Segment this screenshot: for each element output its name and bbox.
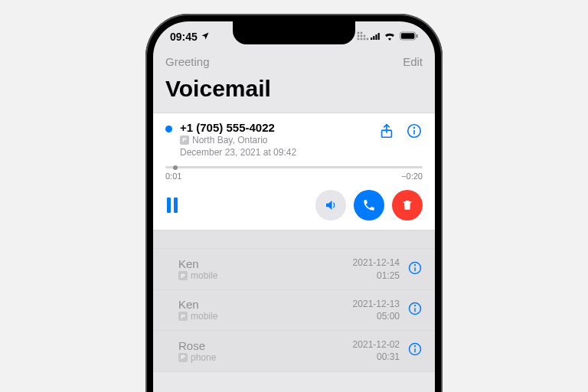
svg-rect-15 <box>416 34 418 38</box>
unread-indicator-icon <box>165 126 172 132</box>
expanded-voicemail: +1 (705) 555-4022 P North Bay, Ontario D… <box>153 113 435 230</box>
svg-point-4 <box>358 35 360 38</box>
status-time: 09:45 <box>170 31 198 43</box>
phone-type-badge-icon: P <box>178 353 188 362</box>
caller-name: Ken <box>178 257 353 270</box>
phone-type-badge-icon: P <box>178 312 188 321</box>
share-icon[interactable] <box>378 122 395 142</box>
collapsed-row-partial <box>153 230 435 249</box>
phone-type-badge-icon: P <box>178 271 188 280</box>
svg-rect-10 <box>373 36 374 40</box>
voicemail-row[interactable]: Rose Pphone 2021-12-02 00:31 <box>153 331 435 371</box>
battery-icon <box>400 31 418 43</box>
svg-point-0 <box>358 38 360 41</box>
playback-scrubber[interactable]: 0:01 −0:20 <box>165 166 423 181</box>
svg-point-22 <box>415 264 416 265</box>
info-icon[interactable] <box>407 341 423 360</box>
voicemail-row[interactable]: Ken Pmobile 2021-12-14 01:25 <box>153 249 435 289</box>
svg-point-25 <box>415 305 416 306</box>
svg-point-28 <box>415 346 416 347</box>
phone-type: phone <box>191 352 216 363</box>
delete-button[interactable] <box>392 190 423 220</box>
voicemail-list: Ken Pmobile 2021-12-14 01:25 Ken Pmobile… <box>153 249 435 371</box>
phone-type: mobile <box>191 311 217 322</box>
elapsed-time: 0:01 <box>165 172 181 181</box>
caller-name: Rose <box>178 339 353 352</box>
voicemail-duration: 00:31 <box>353 351 400 363</box>
svg-point-3 <box>367 38 369 41</box>
speaker-button[interactable] <box>315 190 346 220</box>
greeting-button[interactable]: Greeting <box>165 55 210 68</box>
remaining-time: −0:20 <box>401 172 423 181</box>
svg-rect-14 <box>401 33 415 38</box>
svg-point-19 <box>414 127 415 128</box>
svg-point-5 <box>361 35 363 38</box>
svg-point-8 <box>361 32 363 34</box>
location-arrow-icon <box>201 31 210 43</box>
voicemail-header: Greeting Edit Voicemail <box>153 52 435 113</box>
scrubber-thumb-icon[interactable] <box>173 165 178 170</box>
svg-point-1 <box>361 38 363 41</box>
svg-point-6 <box>364 35 366 38</box>
screen: 09:45 <box>153 21 435 392</box>
voicemail-date: 2021-12-14 <box>353 256 400 269</box>
caller-name: Ken <box>178 298 353 311</box>
playback-controls <box>165 190 423 220</box>
voicemail-row[interactable]: Ken Pmobile 2021-12-13 05:00 <box>153 290 435 331</box>
caller-number: +1 (705) 555-4022 <box>180 121 372 134</box>
info-icon[interactable] <box>407 260 423 279</box>
dual-signal-icon <box>357 31 380 43</box>
page-title: Voicemail <box>165 76 423 106</box>
voicemail-duration: 05:00 <box>353 310 400 322</box>
caller-location: North Bay, Ontario <box>192 134 267 146</box>
svg-rect-9 <box>371 38 372 40</box>
phone-frame: 09:45 <box>145 14 443 392</box>
svg-point-2 <box>364 38 366 41</box>
notch <box>233 21 355 44</box>
svg-rect-12 <box>378 33 380 40</box>
pause-button[interactable] <box>165 198 178 213</box>
info-icon[interactable] <box>407 301 423 319</box>
voicemail-date: 2021-12-13 <box>353 298 400 310</box>
svg-point-7 <box>358 32 360 34</box>
wifi-icon <box>384 31 396 43</box>
svg-rect-11 <box>375 34 377 40</box>
info-icon[interactable] <box>406 122 423 142</box>
phone-type: mobile <box>191 270 217 281</box>
phone-type-badge-icon: P <box>180 136 189 145</box>
voicemail-date: 2021-12-02 <box>353 338 400 351</box>
voicemail-timestamp: December 23, 2021 at 09:42 <box>180 146 296 158</box>
edit-button[interactable]: Edit <box>403 55 423 68</box>
call-back-button[interactable] <box>354 190 384 220</box>
voicemail-duration: 01:25 <box>353 270 400 282</box>
